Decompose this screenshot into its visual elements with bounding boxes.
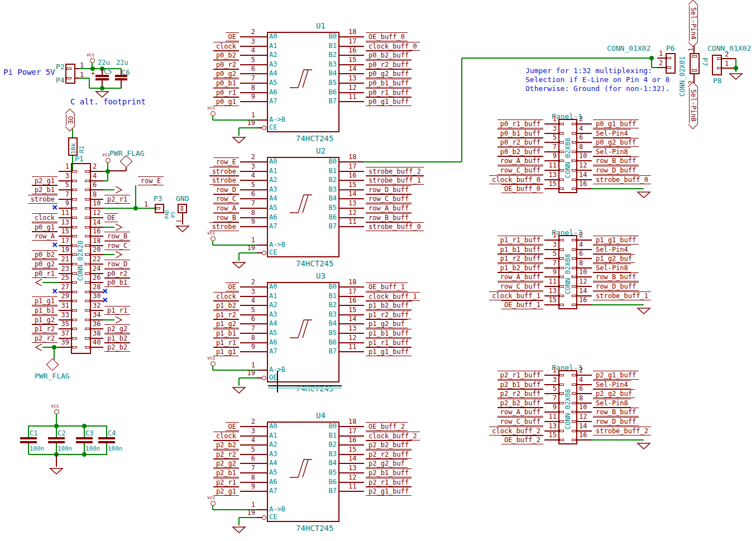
global-label-OE_buff_2[interactable]: OE_buff_2 (501, 435, 543, 444)
global-label-p2_b1[interactable]: p2_b1 (32, 185, 58, 194)
global-label-Sel-Pin8[interactable]: Sel-Pin8 (593, 147, 631, 156)
global-label-clock_buff_2[interactable]: clock_buff_2 (366, 432, 420, 441)
global-label-p2_g1[interactable]: p2_g1 (213, 487, 239, 496)
global-label-p0_r2[interactable]: p0_r2 (104, 269, 130, 278)
global-label-row_D_buff[interactable]: row_D_buff (366, 185, 412, 194)
global-label-p1_r1_buff[interactable]: p1_r1_buff (497, 236, 543, 245)
capacitor-c5[interactable] (95, 78, 109, 80)
global-label-OE_buff_1[interactable]: OE_buff_1 (366, 283, 408, 291)
global-label-strobe_buff_0[interactable]: strobe_buff_0 (366, 222, 424, 231)
global-label-clock_buff_1[interactable]: clock_buff_1 (366, 292, 420, 301)
global-label-p1_r1[interactable]: p1_r1 (213, 338, 239, 347)
global-label-p0_r1_buff[interactable]: p0_r1_buff (366, 88, 412, 97)
global-label-p1_g2[interactable]: p1_g2 (213, 319, 239, 328)
global-label-p1_b2_buff[interactable]: p1_b2_buff (497, 264, 543, 272)
global-label-row_E[interactable]: row_E (138, 176, 164, 185)
global-label-p0_b1_buff[interactable]: p0_b1_buff (366, 79, 412, 88)
global-label-strobe_buff_1[interactable]: strobe_buff_1 (366, 176, 424, 185)
global-label-p1_r2_buff[interactable]: p1_r2_buff (497, 254, 543, 263)
global-label-Sel-Pin4[interactable]: Sel-Pin4 (689, 4, 698, 42)
global-label-row_C_buff[interactable]: row_C_buff (497, 166, 543, 175)
global-label-p1_g1_buff[interactable]: p1_g1_buff (593, 236, 639, 245)
global-label-p1_g1[interactable]: p1_g1 (213, 347, 239, 356)
global-label-clock[interactable]: clock (213, 432, 239, 441)
global-label-p1_g2[interactable]: p1_g2 (32, 315, 58, 324)
global-label-p2_g2_buf[interactable]: p2_g2_buf (366, 459, 408, 468)
global-label-row_B_buff[interactable]: row_B_buff (593, 408, 639, 416)
capacitor-C4[interactable] (98, 437, 115, 439)
global-label-Sel-Pin8[interactable]: Sel-Pin8 (593, 399, 631, 408)
global-label-row_D[interactable]: row_D (104, 260, 130, 269)
note-pi-power[interactable]: Pi Power 5V (3, 68, 55, 76)
global-label-row_B_buff[interactable]: row_B_buff (593, 272, 639, 281)
global-label-p0_b2_buff[interactable]: p0_b2_buff (497, 147, 543, 156)
global-label-p2_g2_buf[interactable]: p2_g2_buf (593, 389, 635, 398)
global-label-p1_b1_buff[interactable]: p1_b1_buff (366, 329, 412, 338)
global-label-clock[interactable]: clock (213, 292, 239, 301)
global-label-row_B_buff[interactable]: row_B_buff (366, 213, 412, 222)
global-label-p0_b2[interactable]: p0_b2 (213, 51, 239, 60)
global-label-OE[interactable]: OE (104, 213, 118, 222)
global-label-p1_b1[interactable]: p1_b1 (32, 306, 58, 315)
note-jumper-line1[interactable]: Jumper for 1:32 multiplexing: (525, 67, 652, 74)
global-label-p2_g1_buff[interactable]: p2_g1_buff (593, 371, 639, 380)
global-label-p0_r2_buff[interactable]: p0_r2_buff (366, 60, 412, 69)
global-label-p2_g2[interactable]: p2_g2 (213, 459, 239, 468)
global-label-row_C_buff[interactable]: row_C_buff (366, 194, 412, 203)
global-label-p2_r1_buff[interactable]: p2_r1_buff (366, 478, 412, 487)
global-label-p2_b2[interactable]: p2_b2 (213, 441, 239, 449)
global-label-OE_buff_0[interactable]: OE_buff_0 (366, 32, 408, 41)
global-label-p2_r1[interactable]: p2_r1 (104, 195, 130, 204)
global-label-p1_g1[interactable]: p1_g1 (32, 296, 58, 305)
global-label-p1_b2_buff[interactable]: p1_b2_buff (366, 301, 412, 310)
global-label-p0_b1[interactable]: p0_b1 (104, 278, 130, 287)
global-label-p0_r2[interactable]: p0_r2 (213, 60, 239, 69)
global-label-row_A_buff[interactable]: row_A_buff (497, 408, 543, 416)
global-label-row_E[interactable]: row_E (213, 157, 239, 166)
global-label-p2_g1[interactable]: p2_g1 (32, 176, 58, 185)
global-label-row_A_buff[interactable]: row_A_buff (497, 156, 543, 165)
global-label-row_B[interactable]: row_B (213, 213, 239, 222)
global-label-row_D[interactable]: row_D (213, 185, 239, 194)
global-label-row_A[interactable]: row_A (213, 204, 239, 213)
connector-p6[interactable] (666, 53, 676, 74)
global-label-row_D_buff[interactable]: row_D_buff (593, 166, 639, 175)
global-label-p1_r1_buff[interactable]: p1_r1_buff (366, 338, 412, 347)
global-label-p2_b2_buff[interactable]: p2_b2_buff (366, 441, 412, 449)
global-label-p0_b2[interactable]: p0_b2 (32, 250, 58, 259)
global-label-row_B_buff[interactable]: row_B_buff (593, 156, 639, 165)
global-label-p0_b1[interactable]: p0_b1 (213, 79, 239, 88)
global-label-p0_b1_buff[interactable]: p0_b1_buff (497, 129, 543, 138)
global-label-p1_b2[interactable]: p1_b2 (104, 334, 130, 343)
global-label-clock_buff_2[interactable]: clock_buff_2 (489, 427, 543, 435)
global-label-p0_g2_buff[interactable]: p0_g2_buff (593, 138, 639, 147)
global-label-p0_r1[interactable]: p0_r1 (32, 269, 58, 278)
global-label-row_C_buff[interactable]: row_C_buff (497, 282, 543, 291)
global-label-p1_g2_buf[interactable]: p1_g2_buf (366, 319, 408, 328)
global-label-strobe_buff_2[interactable]: strobe_buff_2 (366, 167, 424, 176)
note-c-alt-footprint[interactable]: C alt. footprint (70, 98, 146, 106)
global-label-clock_buff_0[interactable]: clock_buff_0 (366, 42, 420, 51)
global-label-p1_r2_buff[interactable]: p1_r2_buff (366, 310, 412, 319)
global-label-p2_r1[interactable]: p2_r1 (213, 478, 239, 487)
global-label-p0_g2[interactable]: p0_g2 (213, 69, 239, 78)
global-label-Sel-Pin4[interactable]: Sel-Pin4 (593, 129, 631, 138)
global-label-row_B[interactable]: row_B (104, 232, 130, 241)
global-label-OE[interactable]: OE (66, 113, 75, 127)
global-label-p1_r2[interactable]: p1_r2 (213, 310, 239, 319)
global-label-row_A_buff[interactable]: row_A_buff (497, 272, 543, 281)
global-label-strobe[interactable]: strobe (209, 176, 239, 185)
global-label-p2_r2_buff[interactable]: p2_r2_buff (497, 389, 543, 398)
global-label-row_C[interactable]: row_C (213, 194, 239, 203)
global-label-Sel-Pin8[interactable]: Sel-Pin8 (689, 87, 698, 125)
global-label-p2_b1[interactable]: p2_b1 (213, 468, 239, 477)
pwr-flag-symbol[interactable] (46, 358, 59, 371)
global-label-p2_b1_buff[interactable]: p2_b1_buff (497, 380, 543, 389)
global-label-strobe_buff_1[interactable]: strobe_buff_1 (593, 291, 651, 300)
global-label-strobe_buff_2[interactable]: strobe_buff_2 (593, 427, 651, 435)
global-label-p2_r2_buff[interactable]: p2_r2_buff (366, 450, 412, 459)
global-label-clock[interactable]: clock (213, 42, 239, 51)
capacitor-C3[interactable] (76, 437, 93, 439)
global-label-p1_b1_buff[interactable]: p1_b1_buff (497, 245, 543, 254)
global-label-clock_buff_1[interactable]: clock_buff_1 (489, 291, 543, 300)
